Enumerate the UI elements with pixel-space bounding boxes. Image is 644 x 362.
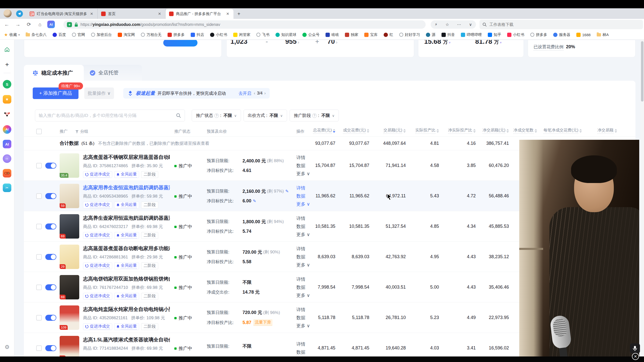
product-image[interactable]: 69 [60,275,79,299]
bookmark-item[interactable]: 啥啥 [326,32,339,37]
action-link[interactable]: 详情 [296,185,310,191]
bookmark-item[interactable]: 官网 [72,32,85,37]
action-link[interactable]: 详情 [296,155,310,161]
bookmark-item[interactable]: 拼多多 [530,32,547,37]
product-title[interactable]: 志高家用养生壶恒温泡奶温奶调奶器蒸汽喷淋...✎ [83,184,170,191]
metric-header[interactable]: 净交易额 [582,128,617,134]
browser-tab[interactable]: 叮 叮当会电商培训-淘宝天猫拼多 ✕ [26,9,98,19]
bookmark-item[interactable]: 抖店 [191,32,204,37]
bookmark-item[interactable]: 抖音 [441,32,455,37]
filter-出价方式[interactable]: 出价方式:不限∨ [244,110,287,121]
browser-tab[interactable]: 首页 ✕ [98,9,166,19]
adblock-shield-icon[interactable]: + [67,22,72,27]
row-checkbox[interactable] [36,254,42,260]
batch-actions-button[interactable]: 批量操作∨ [84,87,114,99]
bookmark-item[interactable]: 杂七杂八 [26,32,47,37]
sort-icon[interactable] [473,129,476,133]
product-title[interactable]: 志高1.5L蒸汽喷淋式煮茶器玻璃全自动保温电热... [83,336,170,343]
close-tab-icon[interactable]: ✕ [157,12,162,16]
promotion-search-input[interactable] [39,113,176,118]
more-menu-icon[interactable]: ⋯ [457,22,461,27]
product-image[interactable]: 69 [60,336,79,356]
close-tab-icon[interactable]: ✕ [90,12,94,16]
bookmark-item[interactable]: 闲管家 [233,32,250,37]
bookmark-item[interactable]: 林A [597,32,609,37]
stat-gmv[interactable]: 81.78 万▾ [475,40,502,46]
chevron-left-icon[interactable]: ‹ [254,91,255,96]
pinduoduo-app-icon[interactable]: S [3,80,11,88]
robot-app-icon[interactable]: ▪▪ [3,154,11,163]
clip-app-icon[interactable]: ✂ [3,184,11,192]
metric-header[interactable]: 每笔净成交花费(元) [537,128,582,134]
row-checkbox[interactable] [36,193,42,199]
page-scrollbar[interactable] [640,40,644,356]
bookmark-item[interactable]: 哔哩哔哩 [461,32,482,37]
action-link[interactable]: 更多 ∨ [296,262,310,268]
bookmark-item[interactable]: 1688 [576,33,590,37]
product-image[interactable]: 69 [60,214,79,239]
banner-pager[interactable]: ‹3/4› [254,91,266,96]
product-title[interactable]: 志高养生壶家用恒温泡奶温奶调奶器蒸汽喷淋... [83,215,170,221]
product-image[interactable]: 59 [60,184,79,208]
toolbar-search[interactable] [479,20,643,29]
action-link[interactable]: 更多 ∨ [296,292,310,298]
product-image[interactable]: 109 [60,305,79,330]
row-toggle[interactable] [45,315,56,321]
home-icon[interactable]: ⌂ [36,20,44,29]
ai-circle-app-icon[interactable]: AI [3,125,11,134]
metric-header[interactable]: 实际投产比 [406,128,439,134]
bookmark-item[interactable]: 万相台无 [141,32,162,37]
row-checkbox[interactable] [36,285,42,290]
gamepad-app-icon[interactable] [3,169,11,177]
sort-icon[interactable] [579,129,582,133]
row-checkbox[interactable] [36,315,42,321]
bookmark-item[interactable]: 知乎 [488,32,501,37]
metric-header[interactable]: 净成交笔数 [509,128,537,134]
bookmark-item[interactable]: 飞书 [256,32,269,37]
tab-full-store-hosting[interactable]: 全店托管 [87,65,138,81]
new-tab-button[interactable]: + [235,10,243,17]
product-image[interactable]: 35.4 [60,153,79,178]
metric-header[interactable]: 交易额(元) [369,128,406,134]
ai-extension-icon[interactable]: AI [47,21,55,28]
product-image[interactable]: 29 [60,245,79,269]
row-toggle[interactable] [45,284,56,290]
promotion-search-box[interactable] [35,110,185,121]
stats-card-button-fragment[interactable] [163,40,197,47]
sort-icon[interactable] [535,129,537,133]
metric-header[interactable]: 成交花费(元) [335,128,369,134]
filter-funnel-icon[interactable] [75,130,79,133]
filter-推广状态[interactable]: 推广状态?:不限∨ [192,110,241,121]
select-all-checkbox[interactable] [36,129,42,134]
bolt-icon[interactable]: ⚡ [435,22,437,27]
edit-icon[interactable]: ✎ [285,189,289,194]
browser-tab[interactable]: 商品推广 - 拼多多推广平台 ✕ [166,9,233,19]
action-link[interactable]: 更多 ∨ [296,171,310,177]
stat-val-3[interactable]: 70› [327,40,337,46]
ai-square-app-icon[interactable]: AI [3,140,11,148]
metric-header[interactable]: 净实际投产比 [439,128,476,134]
sort-icon[interactable] [403,129,406,133]
chevron-down-icon[interactable]: ∨ [469,22,472,27]
bookmark-item[interactable]: 公众号 [302,32,319,37]
bookmark-item[interactable]: 小红书 [210,32,227,37]
metric-header[interactable]: 净交易额(元) [476,128,509,134]
sort-icon[interactable] [436,129,439,133]
row-toggle[interactable] [45,345,56,351]
bookmark-item[interactable]: 独家 [345,32,358,37]
chevron-right-icon[interactable]: › [264,91,266,96]
action-link[interactable]: 详情 [296,246,310,252]
metric-header[interactable]: 总花费(元) [305,128,335,134]
close-overlay-button[interactable]: ✕ [632,353,639,360]
action-link[interactable]: 更多 ∨ [296,201,310,207]
bookmark-item[interactable]: 红 [384,32,393,37]
sort-icon[interactable] [367,129,369,133]
bookmark-item[interactable]: 拼多多 [168,32,185,37]
action-link[interactable]: 详情 [296,276,310,282]
add-icon[interactable]: + [3,60,11,69]
bookmark-item[interactable]: 加密后台 [91,32,112,37]
product-title[interactable]: 志高电炖盅隔水炖家用全自动电炖锅小型陶瓷... [83,306,170,313]
row-toggle[interactable] [45,163,56,169]
telegram-icon[interactable] [16,10,23,17]
action-link[interactable]: 更多 ∨ [296,323,310,329]
